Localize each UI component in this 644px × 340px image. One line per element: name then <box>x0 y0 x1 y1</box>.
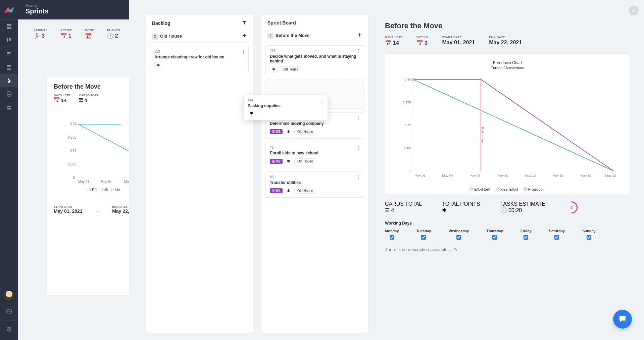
sprint-cards: ⋮ #15 Decide what gets moved, and what i… <box>261 42 368 201</box>
svg-point-15 <box>7 106 9 107</box>
nav-sprints-icon[interactable] <box>0 74 18 87</box>
svg-point-16 <box>9 106 11 107</box>
svg-rect-1 <box>9 24 11 26</box>
edit-icon[interactable]: ✎ <box>454 247 457 252</box>
card[interactable]: ⋮ #15 Decide what gets moved, and what i… <box>265 45 364 76</box>
checkbox-tuesday[interactable] <box>421 235 426 240</box>
nav-rail <box>0 0 18 340</box>
sprint-title: Before the Move <box>385 21 630 30</box>
svg-rect-0 <box>7 24 9 26</box>
nav-list-icon[interactable] <box>0 60 18 74</box>
points-icon: ✱ <box>154 62 162 68</box>
list-count-badge: 4 <box>267 33 274 39</box>
sprint-board-title: Sprint Board <box>267 20 296 26</box>
burndown-chart: Burndown Chart Europe / Amsterdam 0.34 0… <box>385 53 630 194</box>
svg-text:May 13: May 13 <box>525 174 536 177</box>
nav-dashboard-icon[interactable] <box>0 20 18 33</box>
points-icon: ✱ <box>285 158 292 164</box>
sprint-detail-overlay: ✕ Backlog 2Old House ⋮ #13 Arrange clean… <box>129 0 644 340</box>
svg-text:0.085: 0.085 <box>403 146 411 150</box>
points-icon: ✱ <box>270 66 278 72</box>
svg-text:May 04: May 04 <box>101 180 112 184</box>
tag: Old House <box>294 158 316 164</box>
svg-text:May 01: May 01 <box>78 180 89 184</box>
checkbox-saturday[interactable] <box>554 235 559 240</box>
add-card-icon[interactable] <box>242 33 247 39</box>
backlog-list-header: 2Old House <box>150 30 249 43</box>
svg-text:May 19: May 19 <box>580 174 591 177</box>
svg-rect-2 <box>7 27 9 29</box>
svg-text:0: 0 <box>409 169 411 173</box>
svg-text:0.34: 0.34 <box>70 122 77 126</box>
filter-icon[interactable] <box>242 20 247 26</box>
add-card-icon[interactable] <box>357 33 362 39</box>
more-icon[interactable]: ⋮ <box>241 49 246 54</box>
svg-rect-3 <box>9 27 11 29</box>
more-icon[interactable]: ⋮ <box>356 48 361 54</box>
checkbox-wednesday[interactable] <box>456 235 461 240</box>
points-icon: ✱ <box>248 110 255 116</box>
checkbox-sunday[interactable] <box>587 235 591 240</box>
backlog-cards: ⋮ #13 Arrange cleaning crew for old hous… <box>146 43 253 76</box>
nav-database-icon[interactable] <box>0 87 18 101</box>
svg-text:May 04: May 04 <box>442 174 453 177</box>
stats-bar: SPRINTS🏃3 ACTIVE📅1 DONE📆 PLANED🕐2 <box>34 29 120 39</box>
progress-ring: 3 <box>563 199 580 216</box>
svg-text:0.255: 0.255 <box>68 136 76 139</box>
svg-text:0.34: 0.34 <box>405 78 411 81</box>
more-icon[interactable]: ⋮ <box>356 115 361 121</box>
sprint-list-header: 4Before the Move <box>265 30 364 42</box>
card[interactable]: ⋮ #8 Transfer utilities ☰ 0/4✱Old House <box>265 172 364 198</box>
tag: Old House <box>280 66 301 72</box>
tag: Old House <box>294 188 316 194</box>
nav-users-icon[interactable] <box>0 101 18 114</box>
svg-text:End of day: End of day <box>481 127 485 143</box>
card[interactable]: ⋮ #13 Arrange cleaning crew for old hous… <box>150 46 249 72</box>
svg-text:May 01: May 01 <box>414 174 426 177</box>
svg-rect-4 <box>7 38 8 42</box>
nav-logout-icon[interactable] <box>0 323 18 336</box>
checkbox-monday[interactable] <box>390 235 394 240</box>
card[interactable]: ⋮ #5 Enroll kids to new school ☰ 0/2✱Old… <box>265 142 364 168</box>
running-icon: 🏃 <box>34 33 40 39</box>
description-row: There is no description available... ✎ <box>385 247 630 252</box>
more-icon[interactable]: ⋮ <box>356 145 361 150</box>
chat-fab[interactable] <box>613 310 632 329</box>
calendar-icon: 📅 <box>60 33 67 39</box>
svg-text:0.17: 0.17 <box>405 123 411 127</box>
list-count-badge: 2 <box>152 34 158 40</box>
more-icon[interactable]: ⋮ <box>319 98 325 104</box>
clock-icon: 🕐 <box>107 33 114 39</box>
svg-text:0.255: 0.255 <box>403 100 411 104</box>
nav-menu-icon[interactable] <box>0 47 18 60</box>
logo <box>0 0 18 19</box>
svg-text:May 22: May 22 <box>605 174 616 177</box>
svg-text:0.17: 0.17 <box>70 149 77 153</box>
points-icon: ✱ <box>285 188 292 194</box>
chart-legend: Effort Left Ideal Effort Projection <box>395 187 620 191</box>
working-days-title: Working Days <box>385 221 630 226</box>
tag: Old House <box>294 129 316 135</box>
nav-boards-icon[interactable] <box>0 33 18 47</box>
tasks-progress: ☰ 0/1 <box>270 129 283 134</box>
sprint-board-column: Sprint Board 4Before the Move ⋮ #15 Deci… <box>261 15 368 333</box>
avatar[interactable] <box>4 291 14 301</box>
close-icon[interactable]: ✕ <box>629 5 639 15</box>
svg-point-14 <box>7 92 11 93</box>
working-days: Monday Tuesday Wednesday Thursday Friday… <box>385 229 630 240</box>
points-icon: ✱ <box>285 129 292 135</box>
more-icon[interactable]: ⋮ <box>356 175 361 180</box>
svg-text:0: 0 <box>73 176 75 180</box>
svg-rect-17 <box>7 310 11 313</box>
svg-rect-6 <box>10 38 11 41</box>
backlog-column: Backlog 2Old House ⋮ #13 Arrange cleanin… <box>146 15 253 333</box>
checkbox-friday[interactable] <box>524 235 528 240</box>
nav-card-icon[interactable] <box>0 305 18 318</box>
backlog-title: Backlog <box>152 20 170 26</box>
svg-text:May 16: May 16 <box>552 174 563 177</box>
dragging-card[interactable]: ⋮ #14 Packing supplies ✱ <box>243 95 328 120</box>
checkbox-thursday[interactable] <box>492 235 497 240</box>
svg-rect-5 <box>9 38 10 41</box>
tasks-progress: ☰ 0/2 <box>270 159 283 164</box>
svg-text:0.085: 0.085 <box>68 162 76 166</box>
